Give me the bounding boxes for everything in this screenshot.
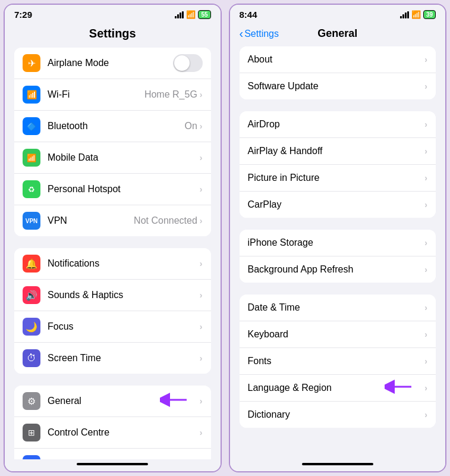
status-icons-right: 📶 39 xyxy=(400,10,436,19)
settings-row-bg-refresh[interactable]: Background App Refresh › xyxy=(240,256,436,283)
display-icon: AA xyxy=(23,455,40,459)
status-bar-right: 8:44 📶 39 xyxy=(230,5,446,22)
settings-group-info: About › Software Update › xyxy=(240,46,436,99)
wifi-icon-right: 📶 xyxy=(411,10,421,19)
settings-row-control[interactable]: ⊞ Control Centre › xyxy=(14,417,211,449)
airplay-handoff-label: AirPlay & Handoff xyxy=(248,146,425,156)
settings-row-about[interactable]: About › xyxy=(240,46,436,73)
chevron-icon: › xyxy=(424,303,427,312)
chevron-icon: › xyxy=(200,121,203,131)
settings-row-software-update[interactable]: Software Update › xyxy=(240,73,436,99)
settings-row-hotspot[interactable]: ♻ Personal Hotspot › xyxy=(14,174,211,205)
signal-icon xyxy=(175,11,184,18)
settings-row-airdrop[interactable]: AirDrop › xyxy=(240,111,436,138)
scroll-content-left: ✈ Airplane Mode 📶 Wi-Fi Home R_5G › 🔷 Bl… xyxy=(5,48,221,459)
right-phone: 8:44 📶 39 ‹ Settings General About › xyxy=(229,4,447,472)
settings-row-datetime[interactable]: Date & Time › xyxy=(240,295,436,321)
settings-row-vpn[interactable]: VPN VPN Not Connected › xyxy=(14,205,211,236)
settings-row-fonts[interactable]: Fonts › xyxy=(240,348,436,375)
settings-row-mobile[interactable]: 📶 Mobile Data › xyxy=(14,142,211,174)
wifi-value: Home R_5G xyxy=(144,89,197,100)
chevron-icon: › xyxy=(424,356,427,366)
chevron-icon: › xyxy=(200,428,203,437)
page-title-right: General xyxy=(317,27,357,40)
battery-badge-right: 39 xyxy=(423,10,436,19)
chevron-icon: › xyxy=(424,410,427,419)
chevron-icon: › xyxy=(200,322,203,331)
bluetooth-icon: 🔷 xyxy=(23,117,40,135)
back-button[interactable]: ‹ Settings xyxy=(240,27,279,40)
settings-group-system: ⚙ General › ⊞ Contr xyxy=(14,386,211,459)
signal-icon-right xyxy=(400,11,409,18)
scroll-content-right: About › Software Update › AirDrop › AirP… xyxy=(230,46,446,459)
settings-row-wifi[interactable]: 📶 Wi-Fi Home R_5G › xyxy=(14,79,211,111)
chevron-icon: › xyxy=(424,265,427,274)
chevron-icon: › xyxy=(200,184,203,194)
status-time-left: 7:29 xyxy=(14,10,32,20)
toggle-knob xyxy=(174,55,190,71)
settings-row-focus[interactable]: 🌙 Focus › xyxy=(14,311,211,343)
language-arrow-annotation xyxy=(385,380,414,396)
datetime-label: Date & Time xyxy=(248,302,425,313)
bluetooth-label: Bluetooth xyxy=(48,121,184,131)
chevron-icon: › xyxy=(200,153,203,162)
screentime-label: Screen Time xyxy=(48,353,200,364)
chevron-icon: › xyxy=(200,259,203,268)
settings-row-bluetooth[interactable]: 🔷 Bluetooth On › xyxy=(14,111,211,142)
back-chevron-icon: ‹ xyxy=(240,27,244,40)
settings-group-notifications: 🔔 Notifications › 🔊 Sounds & Haptics › 🌙… xyxy=(14,248,211,374)
chevron-icon: › xyxy=(424,82,427,91)
chevron-icon: › xyxy=(424,173,427,183)
fonts-label: Fonts xyxy=(248,356,425,367)
control-icon: ⊞ xyxy=(23,424,40,441)
iphone-storage-label: iPhone Storage xyxy=(248,237,425,248)
hotspot-icon: ♻ xyxy=(23,180,40,198)
settings-row-notifications[interactable]: 🔔 Notifications › xyxy=(14,248,211,280)
settings-group-locale: Date & Time › Keyboard › Fonts › Languag… xyxy=(240,295,436,428)
airdrop-label: AirDrop xyxy=(248,119,425,130)
chevron-icon: › xyxy=(424,200,427,209)
settings-row-sounds[interactable]: 🔊 Sounds & Haptics › xyxy=(14,280,211,311)
chevron-icon: › xyxy=(200,396,203,406)
chevron-icon: › xyxy=(424,55,427,64)
settings-row-general[interactable]: ⚙ General › xyxy=(14,386,211,417)
settings-group-network: ✈ Airplane Mode 📶 Wi-Fi Home R_5G › 🔷 Bl… xyxy=(14,48,211,236)
screentime-icon: ⏱ xyxy=(23,349,40,367)
chevron-icon: › xyxy=(424,330,427,339)
settings-row-display[interactable]: AA Display & Brightness › xyxy=(14,449,211,459)
chevron-icon: › xyxy=(200,290,203,300)
settings-row-airplay-handoff[interactable]: AirPlay & Handoff › xyxy=(240,138,436,165)
settings-row-screentime[interactable]: ⏱ Screen Time › xyxy=(14,343,211,374)
airplane-toggle[interactable] xyxy=(173,54,203,72)
home-bar xyxy=(77,463,148,465)
wifi-icon: 📶 xyxy=(186,10,196,19)
settings-row-airplane[interactable]: ✈ Airplane Mode xyxy=(14,48,211,79)
mobile-label: Mobile Data xyxy=(48,152,200,163)
control-label: Control Centre xyxy=(48,427,200,438)
settings-row-language-region[interactable]: Language & Region › xyxy=(240,375,436,402)
picture-label: Picture in Picture xyxy=(248,173,425,183)
display-label: Display & Brightness xyxy=(48,459,200,459)
battery-badge-left: 55 xyxy=(198,10,210,19)
wifi-label: Wi-Fi xyxy=(48,89,144,100)
chevron-icon: › xyxy=(424,383,427,393)
chevron-icon: › xyxy=(424,238,427,248)
chevron-icon: › xyxy=(424,120,427,129)
sounds-label: Sounds & Haptics xyxy=(48,290,200,300)
home-bar-right xyxy=(302,463,373,465)
carplay-label: CarPlay xyxy=(248,199,425,210)
settings-row-picture[interactable]: Picture in Picture › xyxy=(240,165,436,192)
dictionary-label: Dictionary xyxy=(248,409,425,420)
settings-row-dictionary[interactable]: Dictionary › xyxy=(240,402,436,428)
status-bar-left: 7:29 📶 55 xyxy=(5,5,221,22)
vpn-icon: VPN xyxy=(23,212,40,230)
settings-row-keyboard[interactable]: Keyboard › xyxy=(240,321,436,348)
settings-row-carplay[interactable]: CarPlay › xyxy=(240,192,436,218)
chevron-icon: › xyxy=(200,216,203,226)
general-arrow-annotation xyxy=(160,393,190,409)
focus-icon: 🌙 xyxy=(23,318,40,336)
settings-row-iphone-storage[interactable]: iPhone Storage › xyxy=(240,230,436,256)
bluetooth-value: On xyxy=(184,121,197,131)
settings-group-storage: iPhone Storage › Background App Refresh … xyxy=(240,230,436,283)
settings-group-connectivity: AirDrop › AirPlay & Handoff › Picture in… xyxy=(240,111,436,218)
